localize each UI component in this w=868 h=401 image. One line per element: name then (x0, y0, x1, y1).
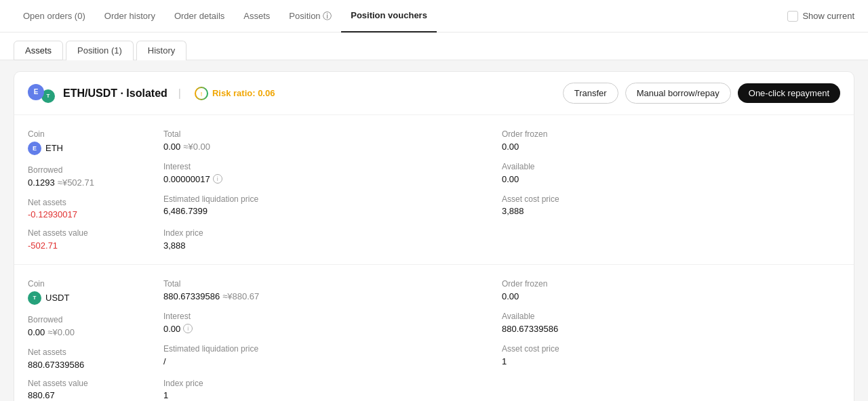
usdt-borrowed-approx: ≈¥0.00 (47, 327, 75, 337)
usdt-nav-value: 880.67 (28, 390, 163, 400)
usdt-available-label: Available (502, 311, 840, 322)
usdt-asset-cost-price-field: Asset cost price 1 (502, 343, 840, 366)
eth-icon: E (28, 142, 41, 155)
eth-section: Coin E ETH Borrowed 0.1293 ≈¥502.71 (14, 115, 854, 265)
show-current-checkbox[interactable] (787, 11, 798, 22)
eth-interest-value: 0.00000017 i (163, 174, 502, 184)
eth-est-liq-field: Estimated liquidation price 6,486.7399 (163, 194, 502, 217)
pair-icon: E T (28, 84, 55, 103)
eth-col2: Total 0.00 ≈¥0.00 Interest 0.00000017 i (163, 126, 502, 222)
header-actions: Transfer Manual borrow/repay One-click r… (563, 83, 840, 104)
eth-available-field: Available 0.00 (502, 161, 840, 184)
usdt-total-field: Total 880.67339586 ≈¥880.67 (163, 278, 502, 301)
usdt-borrowed-field: Borrowed 0.00 ≈¥0.00 (28, 314, 163, 337)
nav-position-vouchers[interactable]: Position vouchers (341, 0, 437, 33)
eth-borrowed-field: Borrowed 0.1293 ≈¥502.71 (28, 165, 163, 188)
usdt-icon: T (28, 291, 41, 305)
risk-label: Risk ratio: 0.06 (212, 88, 275, 98)
eth-col1: Coin E ETH Borrowed 0.1293 ≈¥502.71 (28, 126, 163, 222)
usdt-index-col: Index price 1 (163, 375, 502, 401)
usdt-interest-value: 0.00 i (163, 324, 502, 334)
usdt-asset-cost-price-label: Asset cost price (502, 343, 840, 355)
show-current-wrapper[interactable]: Show current (787, 11, 854, 22)
eth-coin-value: E ETH (28, 142, 163, 155)
card-header: E T ETH/USDT · Isolated | ! Risk ratio: … (14, 72, 854, 115)
eth-col3-empty (502, 225, 840, 253)
usdt-total-label: Total (163, 278, 502, 290)
usdt-available-value: 880.67339586 (502, 324, 840, 334)
eth-order-frozen-value: 0.00 (502, 142, 840, 152)
eth-net-assets-value-field: Net assets value -502.71 (28, 225, 163, 253)
usdt-interest-field: Interest 0.00 i (163, 311, 502, 334)
usdt-col1: Coin T USDT Borrowed 0.00 ≈¥0.00 (28, 276, 163, 372)
nav-order-history[interactable]: Order history (95, 0, 165, 33)
eth-available-value: 0.00 (502, 174, 840, 184)
eth-available-label: Available (502, 161, 840, 173)
eth-nav-value: -502.71 (28, 240, 163, 251)
usdt-net-assets-field: Net assets 880.67339586 (28, 347, 163, 370)
usdt-total-approx: ≈¥880.67 (222, 291, 259, 301)
usdt-interest-label: Interest (163, 311, 502, 322)
pair-title: ETH/USDT · Isolated (63, 87, 167, 100)
usdt-coin-label: Coin (28, 278, 163, 290)
usdt-col2: Total 880.67339586 ≈¥880.67 Interest 0.0… (163, 276, 502, 372)
eth-index-price-field: Index price 3,888 (163, 228, 502, 251)
usdt-index-price-label: Index price (163, 378, 502, 389)
eth-borrowed-approx: ≈¥502.71 (58, 177, 94, 188)
risk-wrapper: ! Risk ratio: 0.06 (195, 87, 275, 100)
usdt-net-assets-label: Net assets (28, 347, 163, 358)
usdt-borrowed-label: Borrowed (28, 314, 163, 326)
usdt-nav-label: Net assets value (28, 378, 163, 389)
eth-coin-icon: E (28, 84, 44, 100)
eth-est-liq-label: Estimated liquidation price (163, 194, 502, 205)
nav-position[interactable]: Position ⓘ (279, 0, 341, 33)
usdt-borrowed-value: 0.00 ≈¥0.00 (28, 327, 163, 337)
sub-tabs: Assets Position (1) History (0, 33, 868, 60)
usdt-order-frozen-label: Order frozen (502, 278, 840, 290)
usdt-section: Coin T USDT Borrowed 0.00 ≈¥0.00 (14, 265, 854, 401)
usdt-available-field: Available 880.67339586 (502, 311, 840, 334)
usdt-col3: Order frozen 0.00 Available 880.67339586… (502, 276, 840, 372)
risk-icon: ! (195, 87, 208, 100)
usdt-nav-field: Net assets value 880.67 (28, 378, 163, 401)
usdt-total-value: 880.67339586 ≈¥880.67 (163, 291, 502, 301)
usdt-net-assets-value: 880.67339586 (28, 360, 163, 370)
usdt-est-liq-value: / (163, 356, 502, 366)
manual-borrow-button[interactable]: Manual borrow/repay (625, 83, 731, 104)
sub-tab-assets[interactable]: Assets (14, 41, 63, 60)
sub-tab-position[interactable]: Position (1) (66, 41, 134, 60)
eth-asset-cost-price-value: 3,888 (502, 206, 840, 216)
eth-index-price-label: Index price (163, 228, 502, 239)
eth-interest-field: Interest 0.00000017 i (163, 161, 502, 184)
usdt-interest-info-icon[interactable]: i (183, 324, 193, 333)
eth-coin-name: ETH (45, 143, 63, 153)
nav-right: Show current (787, 11, 854, 22)
eth-coin-field: Coin E ETH (28, 129, 163, 155)
eth-index-price-value: 3,888 (163, 240, 502, 251)
usdt-coin-name: USDT (45, 293, 69, 303)
eth-coin-label: Coin (28, 129, 163, 140)
eth-borrowed-value: 0.1293 ≈¥502.71 (28, 177, 163, 188)
nav-open-orders[interactable]: Open orders (0) (14, 0, 95, 33)
eth-order-frozen-label: Order frozen (502, 129, 840, 140)
eth-total-value: 0.00 ≈¥0.00 (163, 142, 502, 152)
usdt-coin-value: T USDT (28, 291, 163, 305)
eth-index-col: Index price 3,888 (163, 225, 502, 253)
svg-text:!: ! (201, 91, 203, 98)
eth-interest-info-icon[interactable]: i (213, 174, 222, 184)
usdt-est-liq-label: Estimated liquidation price (163, 343, 502, 355)
transfer-button[interactable]: Transfer (563, 83, 618, 104)
eth-nav-label: Net assets value (28, 228, 163, 239)
eth-col3: Order frozen 0.00 Available 0.00 Asset c… (502, 126, 840, 222)
nav-assets[interactable]: Assets (234, 0, 279, 33)
usdt-col3-empty (502, 375, 840, 401)
sub-tab-history[interactable]: History (136, 41, 186, 60)
main-content: E T ETH/USDT · Isolated | ! Risk ratio: … (0, 60, 868, 401)
nav-order-details[interactable]: Order details (165, 0, 234, 33)
usdt-index-row: Net assets value 880.67 Index price 1 (28, 375, 840, 401)
one-click-repayment-button[interactable]: One-click repayment (738, 83, 840, 103)
usdt-order-frozen-value: 0.00 (502, 291, 840, 301)
eth-total-field: Total 0.00 ≈¥0.00 (163, 129, 502, 152)
eth-net-assets-label: Net assets (28, 197, 163, 209)
separator: | (178, 87, 181, 100)
